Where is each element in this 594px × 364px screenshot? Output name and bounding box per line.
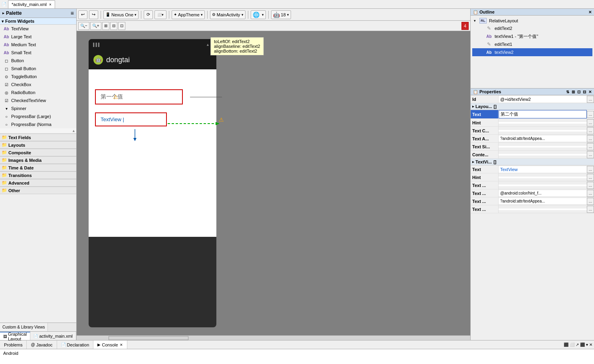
text-fields-section[interactable]: 📁 Text Fields <box>0 134 76 141</box>
palette-item-progressbar-large[interactable]: ○ ProgressBar (Large) <box>0 112 76 120</box>
custom-library-tab[interactable]: Custom & Library Views <box>0 323 48 331</box>
tree-item-edittext1[interactable]: ▸ ✎ editText1 <box>472 40 592 48</box>
palette-item-togglebutton[interactable]: ⊙ ToggleButton <box>0 73 76 81</box>
text-edit-btn[interactable]: … <box>587 111 594 118</box>
zoom-reset-btn[interactable]: ⊟ <box>110 22 117 30</box>
prop-expand-icon[interactable]: ⊡ <box>577 90 580 94</box>
tv-text5-value[interactable] <box>499 209 587 210</box>
textcolor-value[interactable] <box>499 130 587 132</box>
textappear-edit-btn[interactable]: … <box>587 135 594 142</box>
tab-close-button[interactable]: × <box>49 2 51 7</box>
zoom-in-canvas-btn[interactable]: 🔍+ <box>90 22 101 30</box>
composite-section[interactable]: 📁 Composite <box>0 149 76 156</box>
javadoc-tab[interactable]: @ Javadoc <box>27 340 57 349</box>
id-edit-btn[interactable]: … <box>587 96 594 103</box>
palette-item-largetext[interactable]: Ab Large Text <box>0 33 76 41</box>
tv-text-value[interactable]: TextView <box>499 166 587 173</box>
time-date-section[interactable]: 📁 Time & Date <box>0 164 76 171</box>
rotate-button[interactable]: ⟳ <box>144 10 153 19</box>
edittext1[interactable]: 第一个值 <box>95 89 183 104</box>
tv-text2-value[interactable] <box>499 185 587 186</box>
undo-button[interactable]: ↩ <box>78 10 87 19</box>
text-value[interactable]: 第二个值 <box>499 110 587 118</box>
locale-dropdown[interactable]: 🌐 ▾ <box>251 10 266 19</box>
content-edit-btn[interactable]: … <box>587 151 594 158</box>
textsize-edit-btn[interactable]: … <box>587 143 594 150</box>
canvas-scroll-area[interactable]: toLeftOf: editText2 alignBaseline: editT… <box>77 31 470 335</box>
palette-scroll-up[interactable]: ▲ <box>72 129 75 133</box>
redo-button[interactable]: ↪ <box>89 10 98 19</box>
tree-item-relativelayout[interactable]: ▾ RL RelativeLayout <box>472 17 592 24</box>
bottom-icon5[interactable]: ▾ <box>586 342 588 347</box>
zoom-fit-btn[interactable]: ⊞ <box>102 22 109 30</box>
zoom-actual-btn[interactable]: ⊡ <box>118 22 125 30</box>
palette-item-progressbar-normal[interactable]: ○ ProgressBar (Norma <box>0 120 76 128</box>
tree-expand-rl[interactable]: ▾ <box>474 19 479 23</box>
textview-section-header[interactable]: ▸ TextVi... [] <box>471 159 594 165</box>
bottom-icon3[interactable]: ↗ <box>576 342 579 347</box>
declaration-tab[interactable]: 📄 Declaration <box>57 340 94 349</box>
palette-item-smalltext[interactable]: Ab Small Text <box>0 49 76 57</box>
advanced-section[interactable]: 📁 Advanced <box>0 179 76 187</box>
problems-tab[interactable]: Problems <box>0 340 27 349</box>
theme-dropdown[interactable]: ✦ AppTheme ▾ <box>172 10 205 19</box>
palette-item-button[interactable]: ◻ Button <box>0 57 76 65</box>
main-tab[interactable]: *activity_main.xml × <box>8 0 55 8</box>
palette-item-smallbutton[interactable]: ◻ Small Button <box>0 65 76 73</box>
tv-text-edit-btn[interactable]: … <box>587 166 594 173</box>
activity-main-tab[interactable]: 📄 activity_main.xml <box>30 332 76 340</box>
tv-text2-edit-btn[interactable]: … <box>587 182 594 189</box>
bottom-icon6[interactable]: ✕ <box>589 342 592 347</box>
zoom-out-canvas-btn[interactable]: 🔍− <box>78 22 89 30</box>
device-dropdown[interactable]: 📱 Nexus One ▾ <box>103 10 139 19</box>
tree-item-edittext2[interactable]: ▸ ✎ editText2 <box>472 24 592 32</box>
content-value[interactable] <box>499 154 587 155</box>
console-close[interactable]: ✕ <box>120 343 123 347</box>
palette-menu-icon[interactable]: ≡ <box>71 10 74 16</box>
api-dropdown[interactable]: 🤖 18 ▾ <box>271 10 291 19</box>
console-tab[interactable]: ▶ Console ✕ <box>93 340 127 349</box>
palette-item-mediumtext[interactable]: Ab Medium Text <box>0 41 76 49</box>
transitions-section[interactable]: 📁 Transitions <box>0 171 76 179</box>
outline-close-icon[interactable]: ✕ <box>588 10 592 14</box>
images-media-section[interactable]: 📁 Images & Media <box>0 156 76 164</box>
tv-text3-value[interactable]: @android:color/hint_f... <box>499 190 587 196</box>
h-scrollbar[interactable] <box>77 335 470 340</box>
other-section[interactable]: 📁 Other <box>0 187 76 194</box>
layout-section-header[interactable]: ▸ Layou... [] <box>471 103 594 110</box>
graphical-layout-tab[interactable]: 🖼 Graphical Layout <box>0 332 30 340</box>
form-widgets-section[interactable]: ▾ Form Widgets <box>0 18 76 25</box>
activity-dropdown[interactable]: ⚙ MainActivity ▾ <box>210 10 246 19</box>
layouts-section[interactable]: 📁 Layouts <box>0 141 76 149</box>
tree-item-textview1[interactable]: ▸ Ab textView1 - "第一个值" <box>472 32 592 40</box>
prop-sort-icon[interactable]: ⇅ <box>566 90 569 94</box>
bottom-icon1[interactable]: ⬛ <box>564 342 568 347</box>
hint-value[interactable] <box>499 122 587 124</box>
edittext2[interactable]: TextView | <box>95 112 167 126</box>
bottom-icon2[interactable]: ⬜ <box>570 342 574 347</box>
prop-filter-icon[interactable]: ⊞ <box>572 90 575 94</box>
tv-hint-value[interactable] <box>499 177 587 178</box>
palette-item-checkbox[interactable]: ☑ CheckBox <box>0 81 76 89</box>
h-scrollbar-thumb[interactable] <box>109 336 188 340</box>
textsize-value[interactable] <box>499 146 587 148</box>
tree-item-textview2[interactable]: ▸ Ab textView2 <box>472 48 592 56</box>
palette-item-checkedtextview[interactable]: ☑ CheckedTextView <box>0 96 76 104</box>
palette-item-radiobutton[interactable]: ◎ RadioButton <box>0 89 76 96</box>
tv-text5-edit-btn[interactable]: … <box>587 206 594 213</box>
palette-item-textview[interactable]: Ab TextView <box>0 25 76 33</box>
id-value[interactable]: @+id/textView2 <box>499 96 587 102</box>
tv-hint-edit-btn[interactable]: … <box>587 174 594 181</box>
textcolor-edit-btn[interactable]: … <box>587 127 594 134</box>
prop-collapse-icon[interactable]: ⊟ <box>583 90 586 94</box>
hint-edit-btn[interactable]: … <box>587 119 594 126</box>
edittext2-container[interactable]: TextView | ⚠ <box>95 112 210 126</box>
properties-scroll[interactable]: Id @+id/textView2 … ▸ Layou... [] Text <box>471 95 594 340</box>
tv-text4-edit-btn[interactable]: … <box>587 198 594 205</box>
edittext1-container[interactable]: 第一个值 ⚠ <box>95 89 210 104</box>
textappear-value[interactable]: ?android:attr/textAppea... <box>499 136 587 142</box>
tv-text4-value[interactable]: ?android:attr/textAppea... <box>499 198 587 204</box>
screen-options-button[interactable]: ⬜▾ <box>154 10 166 19</box>
properties-close-icon[interactable]: ✕ <box>588 90 592 94</box>
palette-item-spinner[interactable]: ▾ Spinner <box>0 104 76 112</box>
